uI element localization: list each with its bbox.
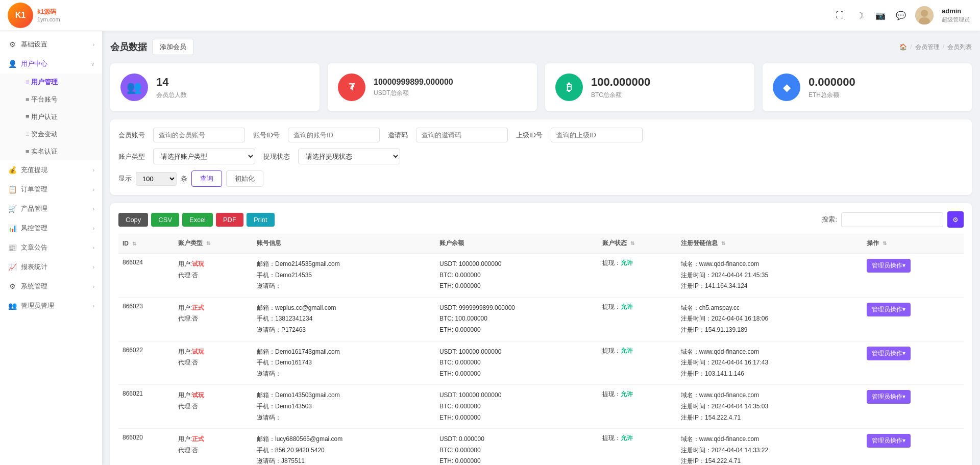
message-icon[interactable]: 💬 bbox=[895, 9, 907, 21]
sidebar-item-label: 文章公告 bbox=[21, 243, 93, 252]
stat-card-eth: ◆ 0.000000 ETH总余额 bbox=[763, 63, 972, 111]
cell-action: 管理员操作▾ bbox=[863, 253, 964, 297]
chevron-down-icon: ∨ bbox=[91, 61, 94, 67]
withdraw-status-label: 提现状态 bbox=[263, 152, 290, 161]
table-row: 866022 用户:试玩 代理:否 邮箱：Demo161743gmail.com… bbox=[118, 341, 964, 385]
add-member-button[interactable]: 添加会员 bbox=[152, 39, 194, 55]
camera-icon[interactable]: 📷 bbox=[874, 9, 887, 21]
home-icon[interactable]: 🏠 bbox=[899, 43, 907, 51]
manage-button[interactable]: 管理员操作▾ bbox=[867, 434, 911, 448]
cell-balance: USDT: 100000.000000 BTC: 0.000000 ETH: 0… bbox=[435, 253, 598, 297]
stat-card-usdt: ₮ 10000999899.000000 USDT总余额 bbox=[328, 63, 537, 111]
cell-account-type: 用户:正式 代理:否 bbox=[174, 297, 253, 341]
col-action: 操作 ⇅ bbox=[863, 234, 964, 253]
cell-reg-info: 域名：www.qdd-finance.com 注册时间：2024-04-04 1… bbox=[677, 341, 863, 385]
members-icon: 👥 bbox=[120, 74, 148, 101]
withdraw-status-select[interactable]: 请选择提现状态 允许 禁止 bbox=[298, 149, 400, 164]
sidebar-item-product-management[interactable]: 🛒 产品管理 › bbox=[0, 199, 102, 218]
col-account-info: 账号信息 bbox=[253, 234, 435, 253]
table-row: 866024 用户:试玩 代理:否 邮箱：Demo214535gmail.com… bbox=[118, 253, 964, 297]
col-status: 账户状态 ⇅ bbox=[598, 234, 677, 253]
excel-button[interactable]: Excel bbox=[182, 213, 213, 227]
sidebar-item-basic-settings[interactable]: ⚙ 基础设置 › bbox=[0, 35, 102, 54]
cell-status: 提现：允许 bbox=[598, 253, 677, 297]
menu-icon: ≡ bbox=[26, 130, 31, 138]
sidebar-item-report-stats[interactable]: 📈 报表统计 › bbox=[0, 257, 102, 277]
cell-account-info: 邮箱：Demo161743gmail.com 手机：Demo161743 邀请码… bbox=[253, 341, 435, 385]
search-input[interactable] bbox=[841, 212, 943, 227]
manage-button[interactable]: 管理员操作▾ bbox=[867, 259, 911, 273]
sidebar-item-admin-management[interactable]: 👥 管理员管理 › bbox=[0, 296, 102, 315]
cell-id: 866024 bbox=[118, 253, 174, 297]
cell-balance: USDT: 100000.000000 BTC: 0.000000 ETH: 0… bbox=[435, 341, 598, 385]
cell-balance: USDT: 100000.000000 BTC: 0.000000 ETH: 0… bbox=[435, 385, 598, 429]
cell-account-info: 邮箱：Demo214535gmail.com 手机：Demo214535 邀请码… bbox=[253, 253, 435, 297]
query-button[interactable]: 查询 bbox=[191, 170, 222, 187]
filter-row-3: 显示 10 25 50 100 条 查询 初始化 bbox=[118, 170, 964, 187]
print-button[interactable]: Print bbox=[247, 213, 275, 227]
sidebar-item-order-management[interactable]: 📋 订单管理 › bbox=[0, 180, 102, 199]
moon-icon[interactable]: ☽ bbox=[854, 9, 866, 21]
sidebar-menu: ⚙ 基础设置 › 👤 用户中心 ∨ ≡ 用户管理 ≡ 平台账号 ≡ 用户认证 ≡… bbox=[0, 31, 102, 465]
sidebar-item-system-management[interactable]: ⚙ 系统管理 › bbox=[0, 277, 102, 296]
cell-status: 提现：允许 bbox=[598, 341, 677, 385]
user-info: admin 超级管理员 bbox=[942, 7, 970, 23]
cell-account-info: 邮箱：Demo143503gmail.com 手机：Demo143503 邀请码… bbox=[253, 385, 435, 429]
cell-id: 866020 bbox=[118, 429, 174, 465]
sidebar-item-label: 用户中心 bbox=[21, 59, 91, 68]
pdf-button[interactable]: PDF bbox=[216, 213, 243, 227]
product-icon: 🛒 bbox=[8, 204, 17, 213]
sidebar-item-platform-account[interactable]: ≡ 平台账号 bbox=[20, 91, 102, 108]
stat-value: 10000999899.000000 bbox=[374, 78, 453, 87]
fullscreen-icon[interactable]: ⛶ bbox=[834, 9, 846, 21]
cell-account-type: 用户:试玩 代理:否 bbox=[174, 341, 253, 385]
invite-code-input[interactable] bbox=[416, 128, 508, 142]
superior-id-input[interactable] bbox=[551, 128, 643, 142]
manage-button[interactable]: 管理员操作▾ bbox=[867, 347, 911, 360]
sidebar-item-risk-management[interactable]: 📊 风控管理 › bbox=[0, 218, 102, 238]
cell-account-info: 邮箱：weplus.cc@gmail.com 手机：13812341234 邀请… bbox=[253, 297, 435, 341]
manage-button[interactable]: 管理员操作▾ bbox=[867, 303, 911, 316]
copy-button[interactable]: Copy bbox=[118, 213, 148, 227]
logo-icon: K1 bbox=[8, 3, 33, 28]
usdt-icon: ₮ bbox=[338, 74, 365, 101]
sidebar-item-user-management[interactable]: ≡ 用户管理 bbox=[20, 74, 102, 91]
account-id-label: 账号ID号 bbox=[253, 131, 280, 140]
sidebar-item-recharge-withdraw[interactable]: 💰 充值提现 › bbox=[0, 160, 102, 180]
sidebar-item-real-auth[interactable]: ≡ 实名认证 bbox=[20, 143, 102, 160]
cell-action: 管理员操作▾ bbox=[863, 429, 964, 465]
sidebar-item-label: 风控管理 bbox=[21, 224, 93, 233]
menu-icon: ≡ bbox=[26, 78, 31, 86]
eth-icon: ◆ bbox=[773, 74, 800, 101]
cell-account-type: 用户:试玩 代理:否 bbox=[174, 385, 253, 429]
breadcrumb: 🏠 / 会员管理 / 会员列表 bbox=[899, 43, 972, 52]
sidebar-item-user-auth[interactable]: ≡ 用户认证 bbox=[20, 108, 102, 126]
csv-button[interactable]: CSV bbox=[151, 213, 179, 227]
display-unit: 条 bbox=[181, 174, 187, 183]
col-id: ID ⇅ bbox=[118, 234, 174, 253]
cell-reg-info: 域名：www.qdd-finance.com 注册时间：2024-04-04 2… bbox=[677, 253, 863, 297]
member-account-input[interactable] bbox=[153, 128, 245, 142]
cell-status: 提现：允许 bbox=[598, 429, 677, 465]
sidebar-item-user-center[interactable]: 👤 用户中心 ∨ bbox=[0, 54, 102, 74]
sidebar-item-label: 订单管理 bbox=[21, 185, 93, 194]
stat-value: 0.000000 bbox=[808, 76, 855, 89]
search-label: 搜索: bbox=[822, 215, 837, 224]
cell-action: 管理员操作▾ bbox=[863, 297, 964, 341]
chevron-right-icon: › bbox=[93, 284, 94, 289]
table-settings-button[interactable]: ⚙ bbox=[947, 211, 964, 228]
reset-button[interactable]: 初始化 bbox=[226, 170, 263, 187]
stat-card-members: 👥 14 会员总人数 bbox=[110, 63, 320, 111]
display-count-select[interactable]: 10 25 50 100 bbox=[136, 172, 177, 186]
menu-icon: ≡ bbox=[26, 113, 31, 120]
manage-button[interactable]: 管理员操作▾ bbox=[867, 390, 911, 404]
sidebar-item-article-notice[interactable]: 📰 文章公告 › bbox=[0, 238, 102, 257]
stat-info: 100.000000 BTC总余额 bbox=[591, 76, 650, 100]
account-type-select[interactable]: 请选择账户类型 用户 代理 bbox=[153, 149, 255, 164]
stat-info: 0.000000 ETH总余额 bbox=[808, 76, 855, 100]
article-icon: 📰 bbox=[8, 243, 17, 252]
account-id-input[interactable] bbox=[288, 128, 380, 142]
display-label: 显示 bbox=[118, 174, 132, 183]
sidebar-item-funds-change[interactable]: ≡ 资金变动 bbox=[20, 126, 102, 143]
invite-code-label: 邀请码 bbox=[388, 131, 408, 140]
